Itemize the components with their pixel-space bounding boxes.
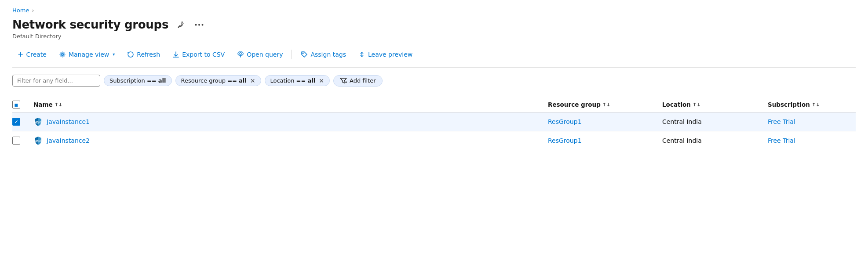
breadcrumb: Home › <box>12 7 856 14</box>
refresh-label: Refresh <box>137 51 160 58</box>
table-header: Name ↑↓ Resource group ↑↓ Location ↑↓ Su… <box>12 97 856 112</box>
sort-name-icon: ↑↓ <box>55 102 62 107</box>
row2-checkbox-cell[interactable] <box>12 137 33 145</box>
table-row: NSG JavaInstance2 ResGroup1 Central Indi… <box>12 131 856 150</box>
svg-point-8 <box>303 53 303 54</box>
select-all-checkbox[interactable] <box>12 101 20 109</box>
row2-name-cell: NSG JavaInstance2 <box>33 136 548 145</box>
add-filter-label: Add filter <box>350 77 376 84</box>
col-header-resource-group[interactable]: Resource group ↑↓ <box>548 101 662 108</box>
row1-resource-group-cell: ResGroup1 <box>548 118 662 125</box>
svg-point-2 <box>202 24 204 25</box>
refresh-button[interactable]: Refresh <box>122 48 165 61</box>
svg-text:NSG: NSG <box>34 120 43 124</box>
breadcrumb-separator: › <box>32 7 34 14</box>
sort-resource-group-icon: ↑↓ <box>602 102 610 107</box>
svg-text:NSG: NSG <box>34 139 43 143</box>
table-container: Name ↑↓ Resource group ↑↓ Location ↑↓ Su… <box>12 97 856 150</box>
resource-group-filter-value: all <box>239 77 247 84</box>
plus-icon: + <box>18 50 23 58</box>
nsg-icon: NSG <box>33 136 43 145</box>
subscription-filter-label: Subscription == all <box>109 77 166 84</box>
col-header-subscription[interactable]: Subscription ↑↓ <box>768 101 856 108</box>
location-filter-close[interactable]: ✕ <box>319 78 324 84</box>
leave-preview-label: Leave preview <box>368 51 412 58</box>
row1-subscription-cell: Free Trial <box>768 118 856 125</box>
assign-tags-label: Assign tags <box>310 51 346 58</box>
row1-location-cell: Central India <box>662 118 768 125</box>
subscription-filter-value: all <box>158 77 166 84</box>
page-subtitle: Default Directory <box>12 33 856 40</box>
resource-group-filter-label: Resource group == all <box>181 77 247 84</box>
row1-name-cell: NSG JavaInstance1 <box>33 117 548 127</box>
leave-preview-button[interactable]: Leave preview <box>353 48 418 61</box>
nsg-icon: NSG <box>33 117 43 127</box>
ellipsis-icon <box>195 24 204 26</box>
row2-name-link[interactable]: JavaInstance2 <box>47 137 90 144</box>
row2-resource-group-cell: ResGroup1 <box>548 137 662 144</box>
row2-location-cell: Central India <box>662 137 768 144</box>
col-location-label: Location <box>662 101 691 108</box>
pin-icon <box>176 20 185 29</box>
row2-subscription-cell: Free Trial <box>768 137 856 144</box>
chevron-down-icon: ▾ <box>113 52 115 57</box>
col-header-location[interactable]: Location ↑↓ <box>662 101 768 108</box>
row2-subscription-link[interactable]: Free Trial <box>768 137 795 144</box>
filter-input[interactable] <box>12 75 100 87</box>
breadcrumb-home-link[interactable]: Home <box>12 7 29 14</box>
row1-resource-group-link[interactable]: ResGroup1 <box>548 118 582 125</box>
add-filter-button[interactable]: Add filter <box>333 75 383 87</box>
export-csv-button[interactable]: Export to CSV <box>167 48 230 61</box>
page-title: Network security groups <box>12 18 168 31</box>
col-subscription-label: Subscription <box>768 101 810 108</box>
toolbar: + Create Manage view ▾ Refresh <box>12 47 856 68</box>
svg-point-1 <box>198 24 200 25</box>
location-filter-value: all <box>308 77 316 84</box>
row1-checkbox-cell[interactable] <box>12 118 33 126</box>
svg-point-0 <box>195 24 197 25</box>
export-csv-label: Export to CSV <box>182 51 225 58</box>
create-button[interactable]: + Create <box>12 47 52 61</box>
row1-checkbox[interactable] <box>12 118 20 126</box>
row1-subscription-link[interactable]: Free Trial <box>768 118 795 125</box>
gear-icon <box>59 51 66 58</box>
page-header: Network security groups <box>12 18 856 31</box>
row2-checkbox[interactable] <box>12 137 20 145</box>
assign-tags-button[interactable]: Assign tags <box>295 48 351 61</box>
col-header-name[interactable]: Name ↑↓ <box>33 101 548 108</box>
open-query-label: Open query <box>247 51 283 58</box>
row2-resource-group-link[interactable]: ResGroup1 <box>548 137 582 144</box>
col-name-label: Name <box>33 101 53 108</box>
table-row: NSG JavaInstance1 ResGroup1 Central Indi… <box>12 112 856 131</box>
row1-name-link[interactable]: JavaInstance1 <box>47 118 90 125</box>
funnel-plus-icon <box>340 77 347 84</box>
manage-view-button[interactable]: Manage view ▾ <box>54 48 120 61</box>
tag-icon <box>301 51 308 58</box>
sort-location-icon: ↑↓ <box>693 102 700 107</box>
col-resource-group-label: Resource group <box>548 101 601 108</box>
resource-group-filter-close[interactable]: ✕ <box>250 78 255 84</box>
open-query-button[interactable]: Open query <box>232 48 288 61</box>
query-icon <box>237 51 244 58</box>
download-icon <box>172 51 179 58</box>
create-label: Create <box>26 51 47 58</box>
location-filter-label: Location == all <box>270 77 316 84</box>
resource-group-filter-chip[interactable]: Resource group == all ✕ <box>175 75 261 86</box>
location-filter-chip[interactable]: Location == all ✕ <box>265 75 330 86</box>
more-options-button[interactable] <box>193 23 205 27</box>
manage-view-label: Manage view <box>69 51 109 58</box>
subscription-filter-chip[interactable]: Subscription == all <box>104 75 172 86</box>
refresh-icon <box>127 51 134 58</box>
pin-button[interactable] <box>175 19 187 30</box>
sort-subscription-icon: ↑↓ <box>812 102 820 107</box>
toolbar-separator <box>292 50 292 59</box>
header-checkbox-cell[interactable] <box>12 101 33 109</box>
leave-preview-icon <box>358 51 365 58</box>
filter-bar: Subscription == all Resource group == al… <box>12 75 856 87</box>
